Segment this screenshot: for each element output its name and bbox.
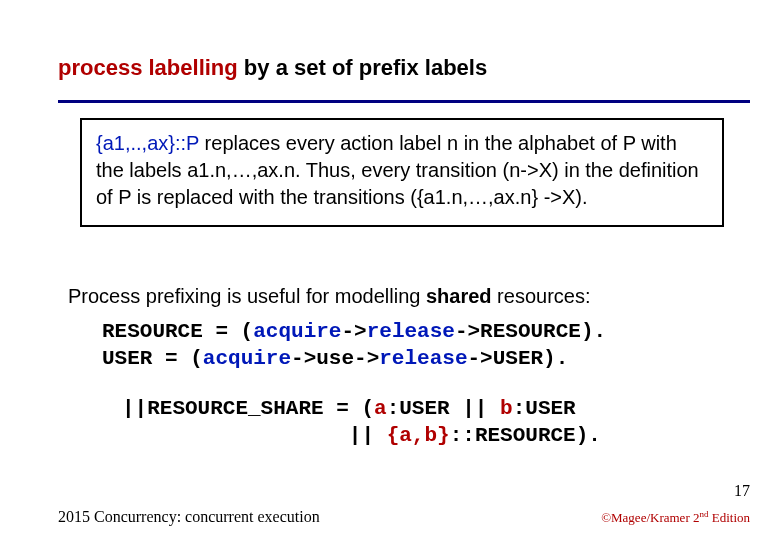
copyright-text: ©Magee/Kramer <box>601 510 693 525</box>
c2l2a: || <box>122 424 387 447</box>
c2l1e: :USER <box>513 397 576 420</box>
c2l1c: :USER || <box>387 397 500 420</box>
c2l1a: ||RESOURCE_SHARE = ( <box>122 397 374 420</box>
c1l1d: release <box>367 320 455 343</box>
c1l2d: release <box>379 347 467 370</box>
definition-box: {a1,..,ax}::P replaces every action labe… <box>80 118 724 227</box>
c1l2b: acquire <box>203 347 291 370</box>
c1l2c: ->use-> <box>291 347 379 370</box>
useful-t1: Process prefixing is useful for modellin… <box>68 285 426 307</box>
c1l2a: USER = ( <box>102 347 203 370</box>
useful-t2: resources: <box>492 285 591 307</box>
page-number: 17 <box>734 482 750 500</box>
c1l2e: ->USER). <box>467 347 568 370</box>
code-block-processes: RESOURCE = (acquire->release->RESOURCE).… <box>102 318 606 373</box>
horizontal-rule <box>58 100 750 103</box>
footer-right: ©Magee/Kramer 2nd Edition <box>601 509 750 526</box>
c2l1d: b <box>500 397 513 420</box>
useful-shared: shared <box>426 285 492 307</box>
c2l1b: a <box>374 397 387 420</box>
definition-formula: {a1,..,ax}::P <box>96 132 199 154</box>
c1l1c: -> <box>341 320 366 343</box>
edition-word: Edition <box>708 510 750 525</box>
title-rest: by a set of prefix labels <box>238 55 487 80</box>
c1l1e: ->RESOURCE). <box>455 320 606 343</box>
title-highlight: process labelling <box>58 55 238 80</box>
c2l2c: ::RESOURCE). <box>450 424 601 447</box>
footer-left: 2015 Concurrency: concurrent execution <box>58 508 320 526</box>
code-block-composition: ||RESOURCE_SHARE = (a:USER || b:USER || … <box>122 395 601 450</box>
c1l1b: acquire <box>253 320 341 343</box>
useful-sentence: Process prefixing is useful for modellin… <box>68 285 590 308</box>
c2l2b: {a,b} <box>387 424 450 447</box>
c1l1a: RESOURCE = ( <box>102 320 253 343</box>
slide-title: process labelling by a set of prefix lab… <box>58 55 487 81</box>
